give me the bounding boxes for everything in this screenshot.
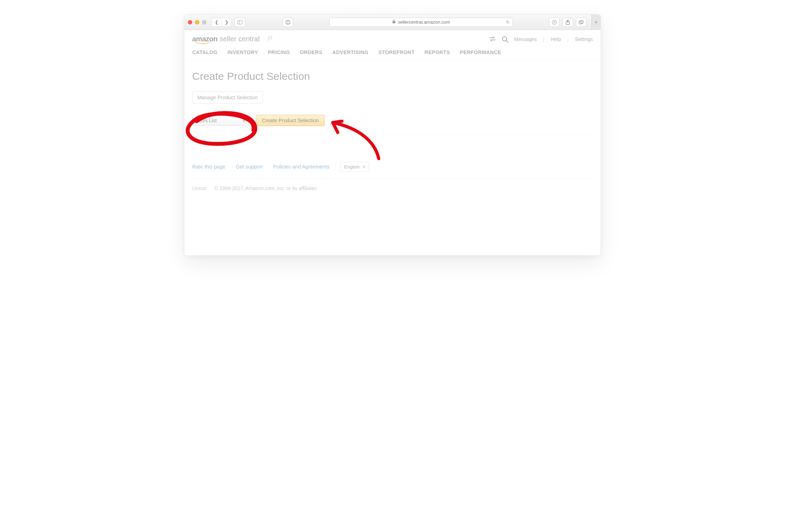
help-link[interactable]: Help (551, 36, 561, 42)
footer-copyright: © 1999-2017, Amazon.com, Inc. or its aff… (214, 185, 317, 191)
logo-seller-text: seller central (219, 35, 259, 43)
url-text: sellercentral.amazon.com (398, 19, 450, 25)
minimize-window-icon[interactable] (195, 20, 199, 24)
site-info-icon[interactable] (283, 18, 293, 27)
seller-central-header: amazon seller central Messages | Help | (184, 30, 601, 45)
footer-brand: Unicoi (192, 185, 206, 191)
share-icon[interactable] (562, 18, 573, 27)
nav-pricing[interactable]: PRICING (268, 49, 290, 55)
language-dropdown[interactable]: English ▲▼ (340, 162, 369, 172)
seller-central-logo[interactable]: amazon seller central (192, 35, 260, 43)
language-value: English (344, 164, 360, 170)
close-window-icon[interactable] (188, 20, 192, 24)
switch-icon[interactable] (489, 36, 495, 42)
flag-icon[interactable] (267, 36, 274, 42)
settings-link[interactable]: Settings (575, 36, 593, 42)
main-content: Create Product Selection Manage Product … (184, 60, 601, 145)
chevron-updown-icon: ▲▼ (242, 119, 246, 122)
page-body: amazon seller central Messages | Help | (184, 30, 601, 255)
svg-rect-9 (580, 20, 583, 23)
chevron-updown-icon: ▲▼ (362, 165, 365, 169)
nav-orders[interactable]: ORDERS (300, 49, 323, 55)
nav-advertising[interactable]: ADVERTISING (332, 49, 368, 55)
svg-rect-4 (288, 22, 288, 24)
address-bar[interactable]: sellercentral.amazon.com ↻ (329, 18, 513, 27)
reload-icon[interactable]: ↻ (506, 19, 510, 25)
svg-rect-5 (392, 21, 395, 23)
nav-performance[interactable]: PERFORMANCE (460, 49, 501, 55)
new-tab-button[interactable]: + (591, 14, 601, 30)
svg-rect-8 (579, 21, 582, 24)
nav-inventory[interactable]: INVENTORY (228, 49, 258, 55)
browser-chrome: ❮ ❯ sellercentral.amazon.com ↻ (184, 14, 601, 30)
back-icon[interactable]: ❮ (212, 19, 222, 25)
selection-type-dropdown[interactable]: ASIN List ▲▼ (192, 115, 249, 126)
sidebar-toggle-icon[interactable] (235, 18, 245, 27)
footer-support-link[interactable]: Get support (236, 164, 263, 170)
messages-link[interactable]: Messages (514, 36, 537, 42)
logo-amazon-text: amazon (192, 35, 217, 43)
maximize-window-icon[interactable] (202, 20, 206, 24)
nav-reports[interactable]: REPORTS (425, 49, 450, 55)
lock-icon (392, 19, 396, 25)
page-title: Create Product Selection (192, 70, 593, 82)
svg-rect-0 (238, 20, 242, 24)
create-selection-row: ASIN List ▲▼ Create Product Selection (192, 108, 593, 134)
nav-catalog[interactable]: CATALOG (192, 49, 218, 55)
manage-product-selection-button[interactable]: Manage Product Selection (192, 91, 263, 104)
nav-back-forward[interactable]: ❮ ❯ (211, 18, 232, 27)
selection-type-value: ASIN List (196, 118, 217, 123)
forward-icon[interactable]: ❯ (222, 19, 231, 25)
footer-policies-link[interactable]: Policies and Agreements (273, 164, 330, 170)
search-icon[interactable] (502, 36, 508, 42)
tabs-icon[interactable] (576, 18, 586, 27)
browser-window: ❮ ❯ sellercentral.amazon.com ↻ (184, 14, 601, 256)
nav-storefront[interactable]: STOREFRONT (378, 49, 415, 55)
footer-rate-link[interactable]: Rate this page (192, 164, 225, 170)
downloads-icon[interactable] (549, 18, 560, 27)
window-controls (188, 20, 206, 24)
create-product-selection-button[interactable]: Create Product Selection (256, 115, 325, 126)
svg-point-3 (288, 21, 288, 22)
footer: Rate this page Get support Policies and … (184, 145, 601, 199)
primary-nav: CATALOG INVENTORY PRICING ORDERS ADVERTI… (184, 45, 601, 60)
